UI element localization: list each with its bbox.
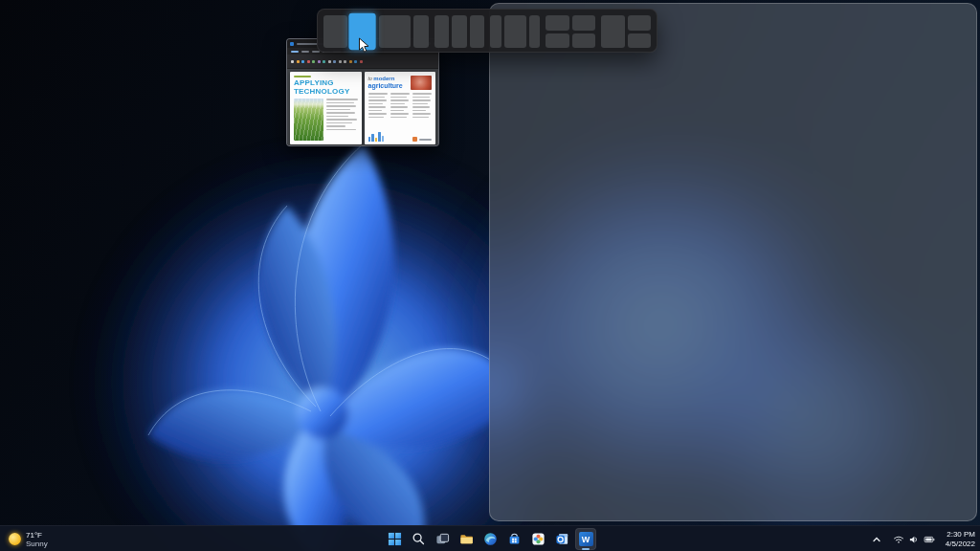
snap-zone-center[interactable] xyxy=(452,15,466,48)
file-explorer-icon xyxy=(459,532,474,546)
outlook-icon xyxy=(555,532,569,546)
snap-zone-right[interactable] xyxy=(470,15,484,48)
word-taskbar-button[interactable]: W xyxy=(575,528,596,550)
snap-zone-right-bottom[interactable] xyxy=(628,33,652,49)
date-text: 4/5/2022 xyxy=(946,540,975,549)
snap-zone-left[interactable] xyxy=(323,15,347,48)
task-view-icon xyxy=(435,532,450,546)
word-window[interactable]: APPLYING TECHNOLOGY to modern agricultur… xyxy=(286,38,439,146)
desktop: APPLYING TECHNOLOGY to modern agricultur… xyxy=(0,0,980,551)
subtitle-placeholder xyxy=(294,76,311,77)
system-tray: 2:30 PM 4/5/2022 xyxy=(871,528,975,550)
edge-button[interactable] xyxy=(479,528,501,550)
taskbar: 71°F Sunny xyxy=(0,525,980,551)
chevron-up-icon xyxy=(871,534,882,545)
battery-icon xyxy=(924,534,935,545)
snap-zone-right[interactable] xyxy=(413,15,429,48)
taskbar-center-icons: W xyxy=(384,528,596,550)
snap-zone-right-hovered[interactable] xyxy=(348,13,375,50)
body-text-placeholder xyxy=(326,99,358,141)
store-button[interactable] xyxy=(503,528,524,550)
search-icon xyxy=(412,532,426,546)
time-text: 2:30 PM xyxy=(947,530,975,540)
snap-zone-left-wide[interactable] xyxy=(379,15,411,48)
wifi-icon xyxy=(893,534,904,545)
snap-zone-top-right[interactable] xyxy=(572,15,596,31)
snap-zone-left[interactable] xyxy=(434,15,449,48)
search-button[interactable] xyxy=(408,528,429,550)
snap-zone-top-left[interactable] xyxy=(546,15,569,31)
weather-temperature: 71°F xyxy=(26,531,48,540)
snap-zone-left[interactable] xyxy=(490,15,501,48)
snap-zone-right[interactable] xyxy=(529,15,541,48)
article-photo xyxy=(411,76,432,90)
active-app-indicator xyxy=(582,548,590,551)
body-text-placeholder xyxy=(368,93,388,120)
snap-zone-left[interactable] xyxy=(601,15,625,48)
snap-zone-bottom-right[interactable] xyxy=(572,33,596,49)
snap-layout-two-columns xyxy=(323,15,373,48)
weather-widget[interactable]: 71°F Sunny xyxy=(2,528,55,550)
snap-layout-quadrants xyxy=(546,15,595,48)
task-view-button[interactable] xyxy=(432,528,453,550)
tray-overflow-button[interactable] xyxy=(871,534,882,545)
file-explorer-button[interactable] xyxy=(456,528,477,550)
start-icon xyxy=(388,532,402,546)
word-document-area: APPLYING TECHNOLOGY to modern agricultur… xyxy=(287,69,438,146)
crop-field-photo xyxy=(294,99,323,141)
sun-icon xyxy=(9,533,21,545)
network-volume-battery-button[interactable] xyxy=(890,534,938,545)
photos-button[interactable] xyxy=(527,528,548,550)
edge-icon xyxy=(483,532,498,546)
body-text-placeholder xyxy=(412,93,432,120)
word-icon: W xyxy=(579,532,593,546)
snap-zone-bottom-left[interactable] xyxy=(546,33,569,49)
outlook-button[interactable] xyxy=(551,528,572,550)
snap-layouts-flyout xyxy=(317,9,657,53)
snap-zone-center-wide[interactable] xyxy=(504,15,526,48)
photos-icon xyxy=(531,532,546,546)
document-page-left: APPLYING TECHNOLOGY xyxy=(290,72,362,144)
store-icon xyxy=(507,532,522,546)
word-ribbon-icons[interactable] xyxy=(287,55,438,69)
clock[interactable]: 2:30 PM 4/5/2022 xyxy=(946,530,975,548)
magazine-logo xyxy=(412,137,432,142)
document-page-right: to modern agriculture xyxy=(365,72,436,144)
mini-bar-chart xyxy=(368,130,385,142)
snap-layout-three-columns xyxy=(434,15,484,48)
right-page-headline: to modern agriculture xyxy=(368,76,403,89)
snap-zone-right-top[interactable] xyxy=(628,15,652,31)
volume-icon xyxy=(908,534,920,545)
weather-condition: Sunny xyxy=(26,540,48,548)
start-button[interactable] xyxy=(384,528,405,550)
word-app-icon xyxy=(290,42,294,46)
snap-layout-two-columns-wide-left xyxy=(379,15,429,48)
snap-preview-right-half xyxy=(489,3,977,521)
snap-layout-three-columns-wide-center xyxy=(490,15,540,48)
left-page-headline: APPLYING TECHNOLOGY xyxy=(294,79,358,96)
snap-layout-left-half-right-stack xyxy=(601,15,651,48)
body-text-placeholder xyxy=(390,93,410,120)
